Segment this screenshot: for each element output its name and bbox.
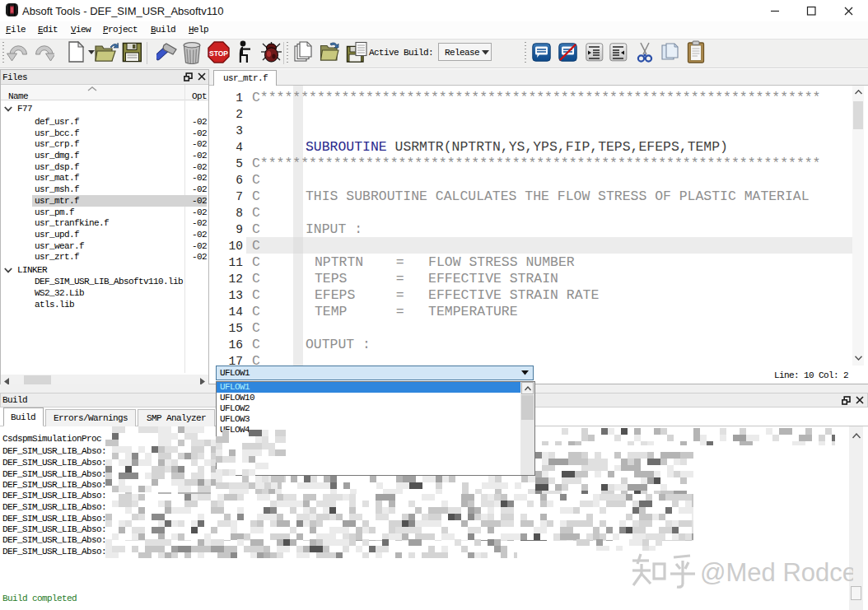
svg-text:@Med Rodce: @Med Rodce (700, 558, 853, 587)
svg-text:STOP: STOP (209, 49, 228, 58)
